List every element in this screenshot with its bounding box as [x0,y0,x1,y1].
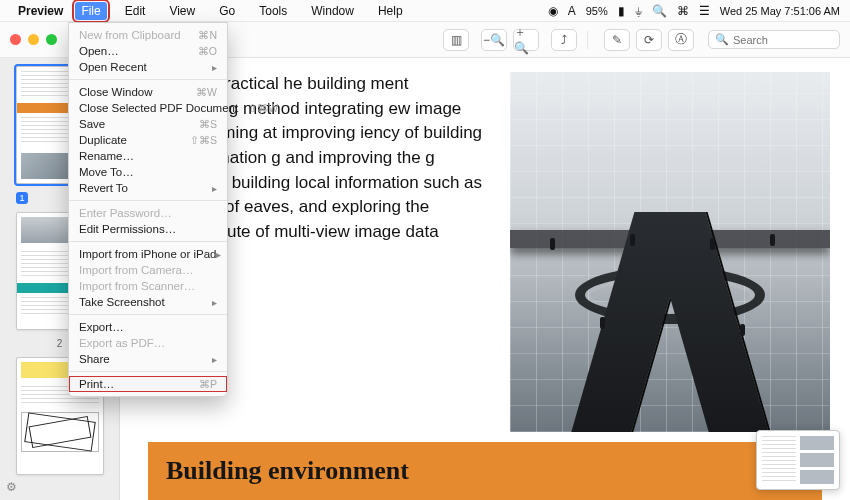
zoom-in-button[interactable]: ＋🔍 [513,29,539,51]
menu-item-label: Open Recent [79,61,147,73]
menu-go[interactable]: Go [213,2,241,20]
menu-help[interactable]: Help [372,2,409,20]
file-menu-export[interactable]: Export… [69,319,227,335]
window-minimize-button[interactable] [28,34,39,45]
file-menu-new-from-clipboard: New from Clipboard⌘N [69,27,227,43]
file-menu-close-window[interactable]: Close Window⌘W [69,84,227,100]
window-traffic-lights [10,34,57,45]
section-heading: Building environment [166,456,804,486]
file-menu-import-from-scanner: Import from Scanner… [69,278,227,294]
menu-edit[interactable]: Edit [119,2,152,20]
submenu-arrow-icon: ▸ [212,354,217,365]
file-menu-enter-password: Enter Password… [69,205,227,221]
file-menu-move-to[interactable]: Move To… [69,164,227,180]
menu-item-shortcut: ⌘P [199,378,217,390]
submenu-arrow-icon: ▸ [216,249,221,260]
input-source-icon[interactable]: A [568,4,576,18]
menu-separator [69,371,227,372]
menu-item-label: Move To… [79,166,134,178]
document-page[interactable]: …ed with practical he building ment info… [120,58,850,500]
sidebar-toggle-button[interactable]: ▥ [443,29,469,51]
file-menu-import-from-iphone-or-ipad[interactable]: Import from iPhone or iPad▸ [69,246,227,262]
submenu-arrow-icon: ▸ [212,183,217,194]
sidebar-settings-icon[interactable]: ⚙ [6,480,17,494]
battery-icon: ▮ [618,4,625,18]
battery-percentage: 95% [586,5,608,17]
menu-separator [69,200,227,201]
menu-item-label: Import from iPhone or iPad [79,248,216,260]
page-mini-preview[interactable] [756,430,840,490]
menu-separator [69,241,227,242]
menu-item-label: Share [79,353,110,365]
menu-item-label: Revert To [79,182,128,194]
section-heading-band: Building environment [148,442,822,500]
menu-item-shortcut: ⇧⌘W [248,102,278,114]
toolbar-search[interactable]: 🔍 [708,30,840,49]
menu-item-label: Open… [79,45,119,57]
hero-photo [510,72,830,432]
file-menu-rename[interactable]: Rename… [69,148,227,164]
file-menu-export-as-pdf: Export as PDF… [69,335,227,351]
menubar-right: ◉ A 95% ▮ ⏚ 🔍 ⌘ ☰ Wed 25 May 7:51:06 AM [548,4,840,18]
file-menu-close-selected-pdf-document[interactable]: Close Selected PDF Document⇧⌘W [69,100,227,116]
page-number-label: 2 [57,338,63,349]
menu-item-label: Close Window [79,86,153,98]
notification-center-icon[interactable]: ☰ [699,4,710,18]
window-zoom-button[interactable] [46,34,57,45]
menu-window[interactable]: Window [305,2,360,20]
menu-tools[interactable]: Tools [253,2,293,20]
markup-button[interactable]: Ⓐ [668,29,694,51]
menu-item-label: Save [79,118,105,130]
menubar-datetime[interactable]: Wed 25 May 7:51:06 AM [720,5,840,17]
zoom-out-button[interactable]: −🔍 [481,29,507,51]
file-menu-edit-permissions[interactable]: Edit Permissions… [69,221,227,237]
file-menu-save[interactable]: Save⌘S [69,116,227,132]
menu-separator [69,314,227,315]
menu-item-label: Print… [79,378,114,390]
siri-icon[interactable]: ◉ [548,4,558,18]
menu-item-label: Close Selected PDF Document [79,102,238,114]
menu-item-shortcut: ⌘W [196,86,217,98]
menu-item-shortcut: ⇧⌘S [190,134,217,146]
menu-item-shortcut: ⌘S [199,118,217,130]
rotate-button[interactable]: ⟳ [636,29,662,51]
menu-item-shortcut: ⌘O [198,45,217,57]
submenu-arrow-icon: ▸ [212,62,217,73]
search-icon: 🔍 [715,33,729,46]
file-menu-import-from-camera: Import from Camera… [69,262,227,278]
menu-item-label: Take Screenshot [79,296,165,308]
menu-item-label: Enter Password… [79,207,172,219]
file-menu-revert-to[interactable]: Revert To▸ [69,180,227,196]
wifi-icon[interactable]: ⏚ [635,4,642,18]
file-menu-open[interactable]: Open…⌘O [69,43,227,59]
macos-menubar: Preview File Edit View Go Tools Window H… [0,0,850,22]
highlight-button[interactable]: ✎ [604,29,630,51]
file-menu-share[interactable]: Share▸ [69,351,227,367]
toolbar-separator [587,31,588,49]
search-input[interactable] [733,34,833,46]
menu-item-label: Import from Camera… [79,264,193,276]
file-menu-print[interactable]: Print…⌘P [69,376,227,392]
file-menu-duplicate[interactable]: Duplicate⇧⌘S [69,132,227,148]
menu-item-shortcut: ⌘N [198,29,217,41]
share-button[interactable]: ⤴ [551,29,577,51]
submenu-arrow-icon: ▸ [212,297,217,308]
page-badge: 1 [16,192,28,204]
menu-item-label: Edit Permissions… [79,223,176,235]
window-close-button[interactable] [10,34,21,45]
menu-separator [69,79,227,80]
menu-item-label: Export as PDF… [79,337,165,349]
menu-item-label: Duplicate [79,134,127,146]
menu-item-label: Rename… [79,150,134,162]
file-menu-take-screenshot[interactable]: Take Screenshot▸ [69,294,227,310]
file-menu-dropdown: New from Clipboard⌘NOpen…⌘OOpen Recent▸C… [68,22,228,397]
app-name[interactable]: Preview [18,4,63,18]
menu-item-label: New from Clipboard [79,29,181,41]
menu-view[interactable]: View [163,2,201,20]
menu-file[interactable]: File [75,2,106,20]
spotlight-icon[interactable]: 🔍 [652,4,667,18]
control-center-icon[interactable]: ⌘ [677,4,689,18]
menu-item-label: Import from Scanner… [79,280,195,292]
menu-item-label: Export… [79,321,124,333]
file-menu-open-recent[interactable]: Open Recent▸ [69,59,227,75]
